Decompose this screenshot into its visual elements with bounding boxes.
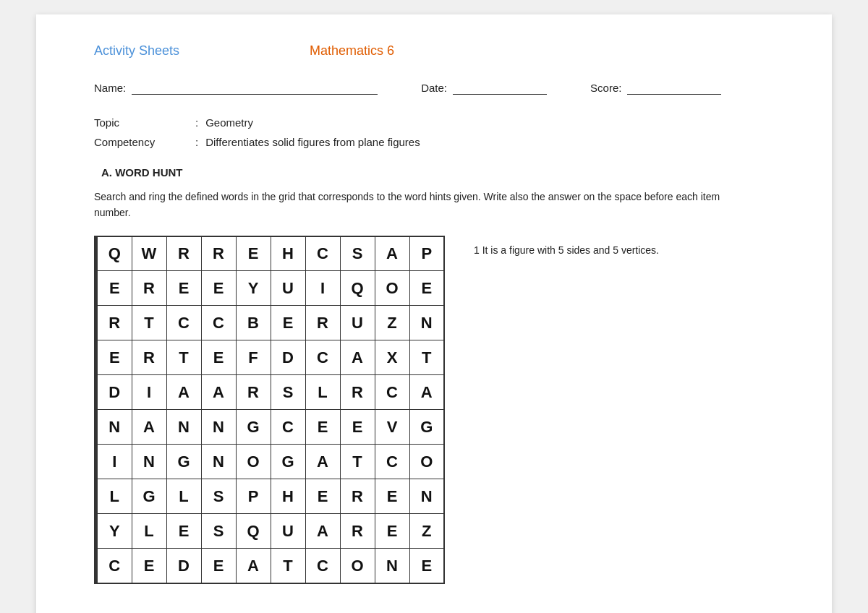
grid-cell-0-4: E <box>236 236 271 271</box>
grid-cell-4-9: A <box>409 375 444 410</box>
grid-cell-9-1: E <box>132 549 166 583</box>
grid-cell-0-9: P <box>409 236 444 271</box>
grid-cell-8-5: U <box>271 514 305 549</box>
name-field-group: Name: <box>94 80 378 95</box>
date-input-line[interactable] <box>453 80 547 95</box>
grid-row: YLESQUAREZ <box>97 514 444 549</box>
grid-cell-6-0: I <box>97 445 132 479</box>
score-input-line[interactable] <box>627 80 721 95</box>
grid-cell-3-1: R <box>132 340 166 375</box>
grid-cell-3-9: T <box>409 340 444 375</box>
grid-cell-1-3: E <box>201 271 236 306</box>
grid-cell-7-3: S <box>201 479 236 514</box>
grid-cell-4-4: R <box>236 375 271 410</box>
grid-cell-0-8: A <box>375 236 409 271</box>
grid-cell-2-7: U <box>340 306 375 340</box>
grid-cell-5-0: N <box>97 410 132 445</box>
grid-row: CEDEATCONE <box>97 549 444 583</box>
grid-cell-2-0: R <box>97 306 132 340</box>
grid-cell-6-8: C <box>375 445 409 479</box>
grid-cell-3-8: X <box>375 340 409 375</box>
grid-cell-8-2: E <box>166 514 201 549</box>
grid-cell-5-8: V <box>375 410 409 445</box>
grid-cell-1-0: E <box>97 271 132 306</box>
grid-cell-7-4: P <box>236 479 271 514</box>
grid-cell-3-0: E <box>97 340 132 375</box>
subject-label: Mathematics 6 <box>310 43 394 59</box>
grid-cell-7-2: L <box>166 479 201 514</box>
grid-cell-1-7: Q <box>340 271 375 306</box>
grid-row: INGNOGATCO <box>97 445 444 479</box>
grid-cell-4-8: C <box>375 375 409 410</box>
section-a-instruction: Search and ring the defined words in the… <box>94 189 745 221</box>
grid-cell-2-5: E <box>271 306 305 340</box>
grid-cell-3-7: A <box>340 340 375 375</box>
grid-cell-7-6: E <box>305 479 340 514</box>
grid-cell-4-6: L <box>305 375 340 410</box>
grid-cell-0-6: C <box>305 236 340 271</box>
grid-cell-9-9: E <box>409 549 444 583</box>
grid-row: DIAARSLRCA <box>97 375 444 410</box>
hints-area: 1 It is a figure with 5 sides and 5 vert… <box>474 236 659 264</box>
grid-cell-6-3: N <box>201 445 236 479</box>
grid-cell-6-1: N <box>132 445 166 479</box>
grid-cell-8-3: S <box>201 514 236 549</box>
grid-cell-6-2: G <box>166 445 201 479</box>
grid-cell-2-2: C <box>166 306 201 340</box>
grid-cell-2-9: N <box>409 306 444 340</box>
grid-cell-6-5: G <box>271 445 305 479</box>
date-field-group: Date: <box>421 80 547 95</box>
score-field-group: Score: <box>590 80 721 95</box>
grid-cell-2-8: Z <box>375 306 409 340</box>
grid-row: EREEYUIQOE <box>97 271 444 306</box>
grid-cell-5-3: N <box>201 410 236 445</box>
grid-cell-2-4: B <box>236 306 271 340</box>
grid-cell-7-1: G <box>132 479 166 514</box>
grid-cell-1-8: O <box>375 271 409 306</box>
grid-cell-9-5: T <box>271 549 305 583</box>
grid-cell-8-7: R <box>340 514 375 549</box>
grid-cell-1-1: R <box>132 271 166 306</box>
grid-cell-7-7: R <box>340 479 375 514</box>
grid-cell-4-1: I <box>132 375 166 410</box>
grid-cell-0-0: Q <box>97 236 132 271</box>
grid-row: NANNGCEEVG <box>97 410 444 445</box>
grid-cell-3-5: D <box>271 340 305 375</box>
section-a-title: A. WORD HUNT <box>101 166 774 179</box>
name-input-line[interactable] <box>132 80 378 95</box>
grid-cell-3-3: E <box>201 340 236 375</box>
grid-cell-0-5: H <box>271 236 305 271</box>
hint-item-1: 1 It is a figure with 5 sides and 5 vert… <box>474 243 659 258</box>
grid-cell-7-5: H <box>271 479 305 514</box>
grid-cell-4-3: A <box>201 375 236 410</box>
grid-cell-4-5: S <box>271 375 305 410</box>
grid-cell-9-8: N <box>375 549 409 583</box>
name-date-score-row: Name: Date: Score: <box>94 80 774 95</box>
grid-cell-1-5: U <box>271 271 305 306</box>
grid-cell-7-9: N <box>409 479 444 514</box>
word-grid: QWRREHCSAPEREEYUIQOERTCCBERUZNERTEFDCAXT… <box>96 236 445 584</box>
grid-cell-8-6: A <box>305 514 340 549</box>
grid-cell-8-8: E <box>375 514 409 549</box>
grid-cell-5-1: A <box>132 410 166 445</box>
competency-row: Competency : Differentiates solid figure… <box>94 136 774 148</box>
grid-cell-5-4: G <box>236 410 271 445</box>
competency-value: Differentiates solid figures from plane … <box>205 136 420 148</box>
activity-sheets-label: Activity Sheets <box>94 43 179 59</box>
score-label: Score: <box>590 82 621 94</box>
grid-cell-3-6: C <box>305 340 340 375</box>
word-grid-container: QWRREHCSAPEREEYUIQOERTCCBERUZNERTEFDCAXT… <box>94 236 445 584</box>
grid-cell-0-7: S <box>340 236 375 271</box>
grid-row: ERTEFDCAXT <box>97 340 444 375</box>
topic-label: Topic <box>94 116 195 129</box>
grid-cell-9-3: E <box>201 549 236 583</box>
grid-cell-9-2: D <box>166 549 201 583</box>
grid-cell-1-4: Y <box>236 271 271 306</box>
topic-value: Geometry <box>205 116 253 129</box>
grid-cell-6-9: O <box>409 445 444 479</box>
header: Activity Sheets Mathematics 6 <box>94 43 774 59</box>
grid-cell-0-3: R <box>201 236 236 271</box>
grid-row: LGLSPHEREN <box>97 479 444 514</box>
grid-cell-7-0: L <box>97 479 132 514</box>
grid-cell-2-6: R <box>305 306 340 340</box>
